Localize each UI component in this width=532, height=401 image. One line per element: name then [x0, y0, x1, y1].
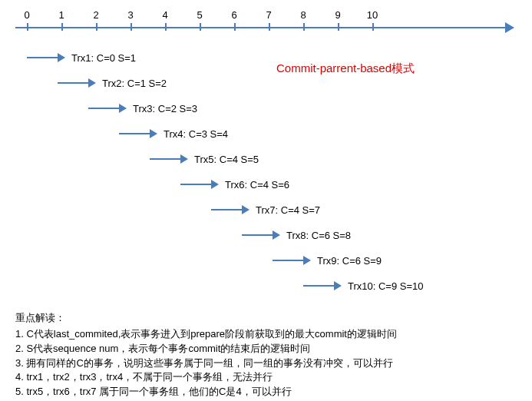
note-line: 3. 拥有同样的C的事务，说明这些事务属于同一组，同一组的事务没有冲突，可以并行 — [15, 356, 517, 371]
tick — [200, 23, 201, 31]
trx-row: Trx4: C=3 S=4 — [119, 126, 228, 141]
trx-row: Trx1: C=0 S=1 — [27, 50, 136, 65]
tick-label: 9 — [335, 9, 340, 21]
trx-arrow-icon — [119, 133, 150, 134]
trx-row: Trx5: C=4 S=5 — [150, 151, 259, 167]
note-line: 4. trx1，trx2，trx3，trx4，不属于同一个事务组，无法并行 — [15, 370, 517, 385]
trx-label: Trx3: C=2 S=3 — [133, 103, 197, 114]
trx-row: Trx7: C=4 S=7 — [211, 202, 320, 217]
trx-label: Trx4: C=3 S=4 — [164, 128, 228, 140]
note-line: 1. C代表last_commited,表示事务进入到prepare阶段前获取到… — [15, 327, 517, 342]
trx-arrow-icon — [211, 209, 242, 210]
trx-row: Trx8: C=6 S=8 — [242, 227, 351, 243]
timeline-axis: 012345678910 — [15, 15, 517, 38]
tick — [303, 23, 305, 31]
trx-arrow-icon — [88, 108, 119, 109]
tick-label: 8 — [300, 9, 306, 21]
trx-label: Trx9: C=6 S=9 — [317, 255, 382, 267]
trx-arrow-icon — [150, 158, 180, 160]
notes-section: 重点解读： 1. C代表last_commited,表示事务进入到prepare… — [15, 311, 517, 401]
trx-label: Trx1: C=0 S=1 — [71, 52, 136, 64]
trx-label: Trx8: C=6 S=8 — [286, 230, 351, 241]
trx-arrow-icon — [303, 285, 334, 287]
trx-arrow-icon — [27, 57, 58, 58]
tick-label: 5 — [197, 9, 202, 21]
trx-label: Trx5: C=4 S=5 — [194, 154, 259, 165]
note-line: 2. S代表sequence num，表示每个事务commit的结束后的逻辑时间 — [15, 342, 517, 356]
trx-row: Trx6: C=4 S=6 — [180, 177, 289, 192]
tick-label: 2 — [93, 9, 98, 21]
trx-arrow-icon — [273, 260, 303, 261]
tick — [131, 23, 132, 31]
tick-label: 1 — [58, 9, 64, 21]
notes-title: 重点解读： — [15, 311, 517, 326]
tick — [165, 23, 167, 31]
timeline-arrow-icon — [505, 22, 514, 33]
tick — [27, 23, 28, 31]
note-line: 5. trx5，trx6，trx7 属于同一个事务组，他们的C是4，可以并行 — [15, 385, 517, 399]
trx-arrow-icon — [58, 82, 88, 84]
tick-label: 10 — [367, 9, 378, 21]
tick — [61, 23, 63, 31]
tick-label: 4 — [162, 9, 167, 21]
trx-row: Trx10: C=9 S=10 — [303, 278, 424, 293]
tick-label: 3 — [127, 9, 133, 21]
trx-arrow-icon — [180, 184, 211, 185]
tick — [338, 23, 339, 31]
tick-label: 7 — [266, 9, 271, 21]
tick — [96, 23, 97, 31]
tick — [269, 23, 270, 31]
mode-label: Commit-parrent-based模式 — [276, 61, 415, 76]
trx-label: Trx6: C=4 S=6 — [225, 179, 289, 191]
tick-label: 6 — [231, 9, 236, 21]
transactions-area: Commit-parrent-based模式 Trx1: C=0 S=1Trx2… — [15, 46, 517, 307]
tick-label: 0 — [24, 9, 29, 21]
trx-row: Trx2: C=1 S=2 — [58, 75, 167, 91]
trx-row: Trx3: C=2 S=3 — [88, 101, 197, 116]
trx-arrow-icon — [242, 234, 273, 236]
tick — [372, 23, 374, 31]
tick — [234, 23, 236, 31]
timeline-line — [15, 27, 507, 28]
trx-label: Trx7: C=4 S=7 — [256, 204, 320, 216]
trx-label: Trx10: C=9 S=10 — [348, 280, 424, 292]
trx-label: Trx2: C=1 S=2 — [102, 78, 167, 89]
trx-row: Trx9: C=6 S=9 — [273, 253, 382, 268]
